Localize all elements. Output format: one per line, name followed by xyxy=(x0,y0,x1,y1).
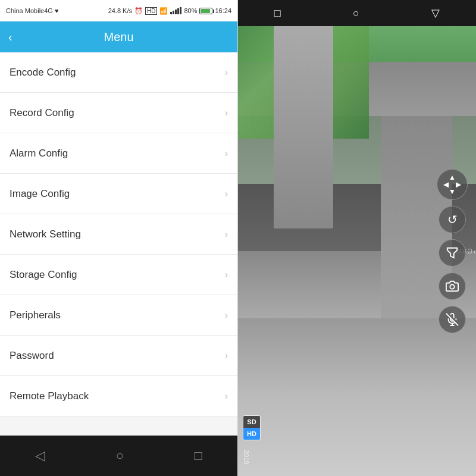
signal-bar-5 xyxy=(180,7,181,14)
left-phone-panel: China Mobile4G ♥ 24.8 K/s ⏰ HD 📶 80% 16:… xyxy=(0,0,238,476)
right-triangle-icon[interactable]: ▽ xyxy=(431,7,440,20)
menu-item-password[interactable]: Password › xyxy=(0,336,237,376)
menu-arrow-encode-config: › xyxy=(225,67,228,78)
speed-label: 24.8 K/s xyxy=(108,7,132,14)
dpad-inner: ▲ ◀ ▶ ▼ xyxy=(437,170,467,199)
hd-indicator: HD xyxy=(145,7,157,15)
battery-pct-label: 80% xyxy=(184,7,197,14)
right-circle-icon[interactable]: ○ xyxy=(353,7,359,20)
menu-item-storage-config[interactable]: Storage Config › xyxy=(0,255,237,295)
snapshot-button[interactable] xyxy=(439,273,466,300)
menu-item-encode-config[interactable]: Encode Config › xyxy=(0,52,237,93)
menu-item-label-password: Password xyxy=(10,350,54,362)
filter-icon xyxy=(446,246,459,259)
dpad-up-arrow[interactable]: ▲ xyxy=(449,174,456,181)
carrier-label: China Mobile4G xyxy=(6,7,53,14)
back-nav-button[interactable]: ◁ xyxy=(35,448,45,464)
signal-bar-2 xyxy=(173,11,174,14)
status-right: 24.8 K/s ⏰ HD 📶 80% 16:24 xyxy=(108,7,231,15)
hd-button[interactable]: HD xyxy=(243,428,260,440)
menu-item-remote-playback[interactable]: Remote Playback › xyxy=(0,376,237,416)
menu-arrow-storage-config: › xyxy=(225,270,228,280)
camera-building xyxy=(274,26,333,228)
refresh-button[interactable]: ↺ xyxy=(439,206,466,233)
menu-item-label-peripherals: Peripherals xyxy=(10,309,61,321)
menu-header: ‹ Menu xyxy=(0,21,237,52)
menu-item-network-setting[interactable]: Network Setting › xyxy=(0,214,237,255)
camera-icon xyxy=(446,280,459,293)
signal-bars xyxy=(170,7,181,14)
menu-list: Encode Config › Record Config › Alarm Co… xyxy=(0,52,237,436)
recent-nav-button[interactable]: □ xyxy=(194,448,202,464)
menu-item-label-alarm-config: Alarm Config xyxy=(10,148,68,159)
status-left: China Mobile4G ♥ xyxy=(6,7,58,14)
sd-button[interactable]: SD xyxy=(243,416,260,428)
right-square-icon[interactable]: □ xyxy=(274,7,281,20)
refresh-icon: ↺ xyxy=(447,212,458,227)
signal-bar-3 xyxy=(175,10,177,14)
alarm-icon: ⏰ xyxy=(134,7,143,15)
dpad-right-arrow[interactable]: ▶ xyxy=(456,181,461,188)
back-button[interactable]: ‹ xyxy=(8,30,12,44)
camera-view: IPCAM SD HD 2019 ▲ ◀ ▶ xyxy=(238,26,476,476)
menu-title: Menu xyxy=(0,30,237,44)
bottom-nav: ◁ ○ □ xyxy=(0,436,237,476)
svg-point-0 xyxy=(450,284,454,289)
wifi-icon: 📶 xyxy=(159,7,168,15)
dpad-left-arrow[interactable]: ◀ xyxy=(443,181,449,188)
menu-item-peripherals[interactable]: Peripherals › xyxy=(0,295,237,336)
right-camera-panel: □ ○ ▽ IPCAM SD HD 2019 ▲ xyxy=(238,0,476,476)
camera-road xyxy=(238,318,476,476)
menu-arrow-record-config: › xyxy=(225,108,228,118)
camera-controls: ▲ ◀ ▶ ▼ ↺ xyxy=(437,169,468,333)
dpad-down-arrow[interactable]: ▼ xyxy=(449,188,456,195)
menu-arrow-network-setting: › xyxy=(225,229,228,240)
filter-button[interactable] xyxy=(439,239,466,267)
menu-arrow-peripherals: › xyxy=(225,310,228,321)
menu-arrow-image-config: › xyxy=(225,189,228,199)
menu-item-label-network-setting: Network Setting xyxy=(10,228,81,240)
menu-item-image-config[interactable]: Image Config › xyxy=(0,174,237,214)
home-nav-button[interactable]: ○ xyxy=(116,448,124,464)
menu-item-alarm-config[interactable]: Alarm Config › xyxy=(0,133,237,174)
year-label: 2019 xyxy=(243,450,250,464)
menu-item-label-storage-config: Storage Config xyxy=(10,269,77,281)
mute-button[interactable] xyxy=(439,306,466,333)
mute-icon xyxy=(446,313,459,326)
dpad-up-row: ▲ xyxy=(449,174,456,181)
menu-item-label-remote-playback: Remote Playback xyxy=(10,390,89,402)
menu-arrow-remote-playback: › xyxy=(225,391,228,402)
signal-bar-1 xyxy=(170,12,172,14)
dpad-down-row: ▼ xyxy=(449,188,456,195)
menu-item-record-config[interactable]: Record Config › xyxy=(0,93,237,133)
menu-arrow-alarm-config: › xyxy=(225,148,228,159)
menu-item-label-record-config: Record Config xyxy=(10,107,74,119)
time-label: 16:24 xyxy=(215,7,231,14)
quality-toggle[interactable]: SD HD xyxy=(243,415,261,440)
right-top-bar: □ ○ ▽ xyxy=(238,0,476,26)
battery-icon xyxy=(199,8,212,14)
heart-icon: ♥ xyxy=(55,7,59,14)
dpad-control[interactable]: ▲ ◀ ▶ ▼ xyxy=(437,169,468,200)
battery-fill xyxy=(201,9,210,13)
status-bar: China Mobile4G ♥ 24.8 K/s ⏰ HD 📶 80% 16:… xyxy=(0,0,237,21)
menu-item-label-encode-config: Encode Config xyxy=(10,67,76,79)
menu-item-label-image-config: Image Config xyxy=(10,188,70,200)
menu-arrow-password: › xyxy=(225,350,228,361)
signal-bar-4 xyxy=(177,8,179,14)
